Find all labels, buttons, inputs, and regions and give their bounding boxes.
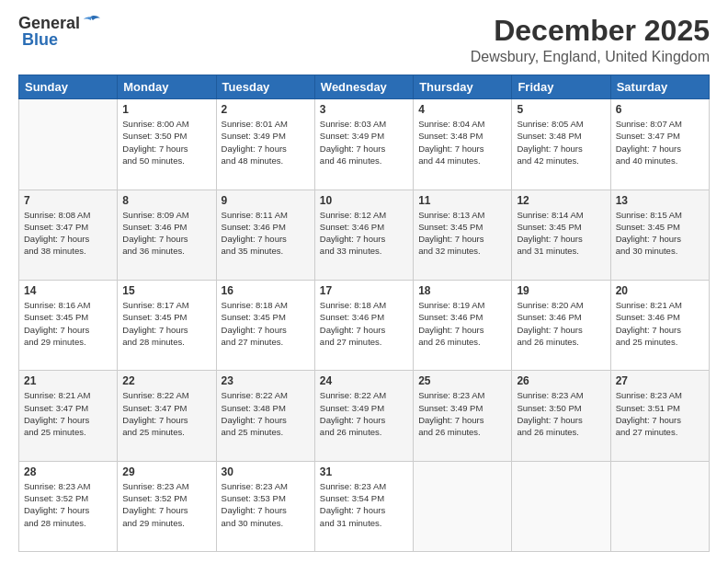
table-row: [414, 461, 512, 551]
day-number: 21: [24, 374, 112, 387]
day-number: 17: [320, 284, 408, 297]
calendar-row: 21Sunrise: 8:21 AMSunset: 3:47 PMDayligh…: [19, 371, 710, 461]
day-info: Sunrise: 8:08 AMSunset: 3:47 PMDaylight:…: [24, 209, 112, 258]
location-title: Dewsbury, England, United Kingdom: [471, 49, 710, 65]
day-number: 7: [24, 194, 112, 207]
day-info: Sunrise: 8:23 AMSunset: 3:52 PMDaylight:…: [24, 480, 112, 529]
day-number: 22: [122, 374, 210, 387]
day-number: 8: [122, 194, 210, 207]
day-info: Sunrise: 8:11 AMSunset: 3:46 PMDaylight:…: [222, 209, 310, 258]
day-number: 2: [222, 103, 310, 116]
table-row: 27Sunrise: 8:23 AMSunset: 3:51 PMDayligh…: [610, 371, 709, 461]
day-number: 28: [24, 465, 112, 478]
calendar-row: 28Sunrise: 8:23 AMSunset: 3:52 PMDayligh…: [19, 461, 710, 551]
day-number: 31: [320, 465, 408, 478]
table-row: 10Sunrise: 8:12 AMSunset: 3:46 PMDayligh…: [314, 190, 413, 280]
day-info: Sunrise: 8:23 AMSunset: 3:50 PMDaylight:…: [517, 389, 605, 438]
day-number: 24: [320, 374, 408, 387]
day-number: 23: [222, 374, 310, 387]
day-info: Sunrise: 8:07 AMSunset: 3:47 PMDaylight:…: [616, 118, 704, 167]
header-friday: Friday: [512, 75, 610, 99]
table-row: 4Sunrise: 8:04 AMSunset: 3:48 PMDaylight…: [414, 99, 512, 190]
table-row: 31Sunrise: 8:23 AMSunset: 3:54 PMDayligh…: [314, 461, 413, 551]
day-number: 29: [122, 465, 210, 478]
header-wednesday: Wednesday: [314, 75, 413, 99]
day-number: 20: [616, 284, 704, 297]
day-number: 1: [122, 103, 210, 116]
page: General Blue December 2025 Dewsbury, Eng…: [0, 0, 728, 563]
day-info: Sunrise: 8:23 AMSunset: 3:51 PMDaylight:…: [616, 389, 704, 438]
day-info: Sunrise: 8:05 AMSunset: 3:48 PMDaylight:…: [517, 118, 605, 167]
day-number: 19: [517, 284, 605, 297]
title-area: December 2025 Dewsbury, England, United …: [471, 15, 710, 65]
day-info: Sunrise: 8:09 AMSunset: 3:46 PMDaylight:…: [122, 209, 210, 258]
day-info: Sunrise: 8:21 AMSunset: 3:47 PMDaylight:…: [24, 389, 112, 438]
table-row: 24Sunrise: 8:22 AMSunset: 3:49 PMDayligh…: [314, 371, 413, 461]
day-number: 18: [418, 284, 506, 297]
table-row: 18Sunrise: 8:19 AMSunset: 3:46 PMDayligh…: [414, 280, 512, 370]
table-row: 29Sunrise: 8:23 AMSunset: 3:52 PMDayligh…: [118, 461, 216, 551]
table-row: 28Sunrise: 8:23 AMSunset: 3:52 PMDayligh…: [19, 461, 118, 551]
table-row: 15Sunrise: 8:17 AMSunset: 3:45 PMDayligh…: [118, 280, 216, 370]
table-row: 30Sunrise: 8:23 AMSunset: 3:53 PMDayligh…: [216, 461, 314, 551]
day-number: 5: [517, 103, 605, 116]
header-monday: Monday: [118, 75, 216, 99]
header-sunday: Sunday: [19, 75, 118, 99]
day-info: Sunrise: 8:23 AMSunset: 3:54 PMDaylight:…: [320, 480, 408, 529]
table-row: 6Sunrise: 8:07 AMSunset: 3:47 PMDaylight…: [610, 99, 709, 190]
day-info: Sunrise: 8:18 AMSunset: 3:46 PMDaylight:…: [320, 299, 408, 348]
table-row: 13Sunrise: 8:15 AMSunset: 3:45 PMDayligh…: [610, 190, 709, 280]
day-info: Sunrise: 8:16 AMSunset: 3:45 PMDaylight:…: [24, 299, 112, 348]
calendar-row: 7Sunrise: 8:08 AMSunset: 3:47 PMDaylight…: [19, 190, 710, 280]
table-row: 25Sunrise: 8:23 AMSunset: 3:49 PMDayligh…: [414, 371, 512, 461]
header-tuesday: Tuesday: [216, 75, 314, 99]
table-row: 19Sunrise: 8:20 AMSunset: 3:46 PMDayligh…: [512, 280, 610, 370]
calendar-table: Sunday Monday Tuesday Wednesday Thursday…: [18, 75, 710, 552]
table-row: 2Sunrise: 8:01 AMSunset: 3:49 PMDaylight…: [216, 99, 314, 190]
calendar-row: 1Sunrise: 8:00 AMSunset: 3:50 PMDaylight…: [19, 99, 710, 190]
day-number: 4: [418, 103, 506, 116]
table-row: 22Sunrise: 8:22 AMSunset: 3:47 PMDayligh…: [118, 371, 216, 461]
table-row: [19, 99, 118, 190]
table-row: 14Sunrise: 8:16 AMSunset: 3:45 PMDayligh…: [19, 280, 118, 370]
day-info: Sunrise: 8:23 AMSunset: 3:49 PMDaylight:…: [418, 389, 506, 438]
table-row: 21Sunrise: 8:21 AMSunset: 3:47 PMDayligh…: [19, 371, 118, 461]
day-info: Sunrise: 8:12 AMSunset: 3:46 PMDaylight:…: [320, 209, 408, 258]
day-number: 30: [222, 465, 310, 478]
month-title: December 2025: [471, 15, 710, 47]
table-row: 16Sunrise: 8:18 AMSunset: 3:45 PMDayligh…: [216, 280, 314, 370]
logo-blue: Blue: [22, 31, 58, 50]
day-info: Sunrise: 8:14 AMSunset: 3:45 PMDaylight:…: [517, 209, 605, 258]
day-number: 11: [418, 194, 506, 207]
table-row: 5Sunrise: 8:05 AMSunset: 3:48 PMDaylight…: [512, 99, 610, 190]
table-row: 12Sunrise: 8:14 AMSunset: 3:45 PMDayligh…: [512, 190, 610, 280]
header-thursday: Thursday: [414, 75, 512, 99]
day-number: 10: [320, 194, 408, 207]
table-row: 20Sunrise: 8:21 AMSunset: 3:46 PMDayligh…: [610, 280, 709, 370]
day-number: 15: [122, 284, 210, 297]
logo-bird-icon: [82, 15, 100, 29]
day-number: 6: [616, 103, 704, 116]
header: General Blue December 2025 Dewsbury, Eng…: [18, 15, 710, 65]
day-info: Sunrise: 8:19 AMSunset: 3:46 PMDaylight:…: [418, 299, 506, 348]
day-info: Sunrise: 8:03 AMSunset: 3:49 PMDaylight:…: [320, 118, 408, 167]
table-row: 17Sunrise: 8:18 AMSunset: 3:46 PMDayligh…: [314, 280, 413, 370]
day-number: 13: [616, 194, 704, 207]
day-number: 16: [222, 284, 310, 297]
day-info: Sunrise: 8:00 AMSunset: 3:50 PMDaylight:…: [122, 118, 210, 167]
table-row: [610, 461, 709, 551]
calendar-header-row: Sunday Monday Tuesday Wednesday Thursday…: [19, 75, 710, 99]
day-number: 25: [418, 374, 506, 387]
calendar-row: 14Sunrise: 8:16 AMSunset: 3:45 PMDayligh…: [19, 280, 710, 370]
table-row: 26Sunrise: 8:23 AMSunset: 3:50 PMDayligh…: [512, 371, 610, 461]
day-info: Sunrise: 8:22 AMSunset: 3:49 PMDaylight:…: [320, 389, 408, 438]
day-info: Sunrise: 8:13 AMSunset: 3:45 PMDaylight:…: [418, 209, 506, 258]
table-row: [512, 461, 610, 551]
table-row: 3Sunrise: 8:03 AMSunset: 3:49 PMDaylight…: [314, 99, 413, 190]
table-row: 9Sunrise: 8:11 AMSunset: 3:46 PMDaylight…: [216, 190, 314, 280]
table-row: 11Sunrise: 8:13 AMSunset: 3:45 PMDayligh…: [414, 190, 512, 280]
day-info: Sunrise: 8:21 AMSunset: 3:46 PMDaylight:…: [616, 299, 704, 348]
day-number: 14: [24, 284, 112, 297]
day-info: Sunrise: 8:22 AMSunset: 3:48 PMDaylight:…: [222, 389, 310, 438]
day-info: Sunrise: 8:23 AMSunset: 3:53 PMDaylight:…: [222, 480, 310, 529]
